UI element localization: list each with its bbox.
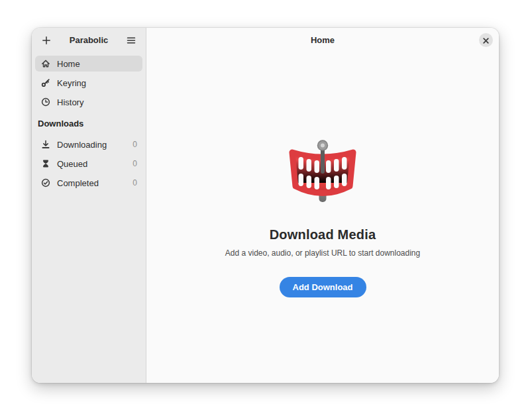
sidebar-item-label: History <box>57 97 83 107</box>
sidebar-nav: Home Keyring <box>32 52 146 113</box>
main-view: Home <box>146 28 499 383</box>
home-empty-state: Download Media Add a video, audio, or pl… <box>146 52 499 297</box>
home-icon <box>40 58 51 69</box>
close-icon <box>483 34 489 46</box>
sidebar-item-home[interactable]: Home <box>35 56 142 72</box>
main-headerbar: Home <box>146 28 499 52</box>
sidebar-item-keyring[interactable]: Keyring <box>35 75 142 91</box>
completed-count: 0 <box>132 178 137 187</box>
sidebar-item-label: Queued <box>57 159 87 169</box>
download-icon <box>40 139 51 150</box>
empty-state-title: Download Media <box>270 227 376 242</box>
menu-icon <box>126 35 136 46</box>
sidebar-item-label: Home <box>57 59 80 69</box>
parabolic-window: Parabolic Home <box>32 28 499 383</box>
sidebar-item-downloading[interactable]: Downloading 0 <box>35 136 142 152</box>
empty-state-subtitle: Add a video, audio, or playlist URL to s… <box>225 248 420 258</box>
downloads-section-label: Downloads <box>32 113 146 133</box>
page-title: Home <box>311 35 335 45</box>
sidebar-headerbar: Parabolic <box>32 28 146 52</box>
sidebar-item-history[interactable]: History <box>35 94 142 110</box>
sidebar: Parabolic Home <box>32 28 146 383</box>
sidebar-item-queued[interactable]: Queued 0 <box>35 156 142 172</box>
window-close-button[interactable] <box>479 33 493 47</box>
add-download-button[interactable]: Add Download <box>280 277 366 297</box>
parabolic-logo-icon <box>286 138 359 207</box>
add-icon <box>41 35 52 46</box>
sidebar-item-completed[interactable]: Completed 0 <box>35 175 142 191</box>
add-download-header-button[interactable] <box>38 32 55 49</box>
check-circle-icon <box>40 178 51 188</box>
history-icon <box>40 97 51 107</box>
downloads-nav: Downloading 0 Queued 0 <box>32 133 146 194</box>
downloading-count: 0 <box>132 140 137 149</box>
key-icon <box>40 78 51 88</box>
sidebar-item-label: Downloading <box>57 140 107 150</box>
app-title: Parabolic <box>55 35 123 45</box>
sidebar-item-label: Completed <box>57 178 99 188</box>
queued-count: 0 <box>132 159 137 168</box>
sidebar-item-label: Keyring <box>57 78 86 88</box>
hourglass-icon <box>40 158 51 169</box>
main-menu-button[interactable] <box>123 32 140 49</box>
